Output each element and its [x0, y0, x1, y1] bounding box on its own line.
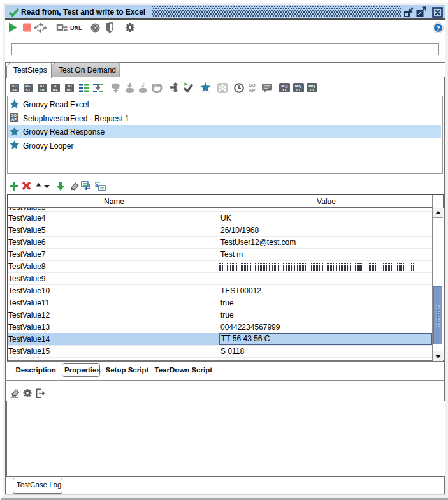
svg-text:?: ?	[436, 24, 440, 32]
svg-text:URL: URL	[70, 25, 82, 31]
